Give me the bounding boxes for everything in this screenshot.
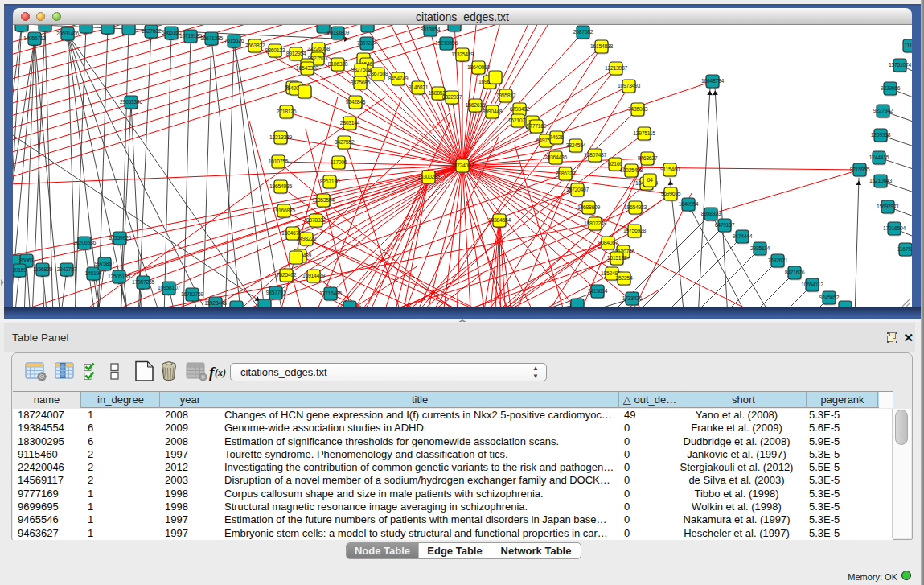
svg-text:8990448: 8990448	[483, 109, 503, 114]
svg-text:(x): (x)	[215, 367, 226, 378]
svg-text:7632621: 7632621	[768, 257, 788, 263]
svg-text:17957255: 17957255	[132, 279, 155, 285]
svg-text:20364436: 20364436	[544, 154, 568, 160]
svg-text:8322037: 8322037	[442, 94, 462, 100]
svg-text:15692971: 15692971	[877, 204, 900, 209]
svg-text:16033809: 16033809	[326, 30, 350, 35]
svg-text:8186328: 8186328	[328, 61, 348, 67]
svg-text:15720407: 15720407	[566, 187, 589, 192]
svg-text:11325419: 11325419	[451, 51, 474, 57]
svg-text:16543382: 16543382	[296, 65, 319, 71]
svg-text:3824554: 3824554	[566, 142, 586, 148]
svg-text:252254: 252254	[615, 275, 633, 281]
svg-text:7485063: 7485063	[628, 106, 648, 112]
svg-text:10719185: 10719185	[179, 33, 203, 39]
svg-text:1010755: 1010755	[269, 159, 289, 164]
svg-text:116753: 116753	[897, 246, 912, 252]
svg-text:19756928: 19756928	[623, 228, 647, 233]
svg-text:20206536: 20206536	[73, 240, 97, 245]
svg-text:1615132: 1615132	[607, 255, 627, 261]
svg-text:18724007: 18724007	[451, 163, 474, 168]
svg-text:2087682: 2087682	[573, 29, 593, 35]
svg-text:85061: 85061	[19, 257, 34, 263]
svg-text:17559926: 17559926	[109, 235, 132, 241]
svg-text:1640954: 1640954	[679, 201, 699, 207]
svg-text:14055712: 14055712	[23, 35, 47, 41]
svg-text:9857791: 9857791	[266, 290, 286, 295]
svg-text:12213987: 12213987	[605, 65, 628, 71]
svg-text:1209358: 1209358	[871, 132, 891, 138]
svg-text:2718126: 2718126	[277, 109, 297, 114]
svg-text:17016504: 17016504	[883, 225, 906, 231]
svg-text:1562615: 1562615	[466, 102, 486, 108]
svg-text:2935114: 2935114	[750, 245, 770, 251]
svg-text:16671385: 16671385	[200, 35, 224, 41]
svg-text:9860123: 9860123	[265, 47, 285, 53]
svg-text:8813054: 8813054	[421, 27, 441, 32]
svg-text:62160: 62160	[608, 161, 622, 167]
svg-text:1733426: 1733426	[622, 295, 643, 301]
svg-text:7663822: 7663822	[245, 43, 265, 48]
svg-text:10973493: 10973493	[618, 83, 641, 89]
svg-text:15751074: 15751074	[889, 62, 912, 68]
svg-text:9975867: 9975867	[95, 261, 115, 266]
svg-text:1621072: 1621072	[508, 117, 528, 123]
svg-text:1413614: 1413614	[588, 288, 608, 294]
svg-text:18640910: 18640910	[467, 64, 491, 70]
svg-text:6793402: 6793402	[510, 106, 530, 112]
svg-text:8958923: 8958923	[701, 211, 721, 216]
svg-text:16914479: 16914479	[302, 273, 326, 278]
svg-text:64: 64	[647, 177, 653, 183]
svg-text:8215955: 8215955	[850, 167, 870, 172]
svg-text:19384554: 19384554	[488, 217, 511, 223]
svg-text:9084067: 9084067	[598, 240, 618, 245]
svg-text:9777169: 9777169	[527, 123, 547, 129]
svg-text:19654923: 19654923	[624, 204, 647, 210]
svg-text:12213389: 12213389	[269, 134, 293, 140]
svg-text:16210643: 16210643	[869, 178, 893, 183]
svg-text:2942757: 2942757	[57, 266, 77, 272]
svg-text:9463627: 9463627	[638, 155, 658, 161]
svg-text:1112: 1112	[904, 43, 912, 48]
svg-text:8912954: 8912954	[286, 51, 306, 56]
svg-text:11923446: 11923446	[204, 300, 227, 306]
svg-text:8267130: 8267130	[320, 179, 340, 184]
svg-text:23226058: 23226058	[307, 46, 331, 51]
svg-text:3875685: 3875685	[351, 80, 371, 85]
svg-text:11353554: 11353554	[312, 197, 335, 203]
svg-text:145194: 145194	[84, 270, 102, 276]
svg-text:9699695: 9699695	[661, 191, 681, 196]
svg-text:7625402: 7625402	[277, 272, 297, 278]
svg-text:16782759: 16782759	[181, 291, 204, 297]
svg-text:29053346: 29053346	[120, 99, 143, 105]
svg-text:10958107: 10958107	[158, 285, 181, 290]
svg-text:7986322: 7986322	[556, 171, 576, 176]
svg-text:8878332: 8878332	[306, 217, 326, 223]
svg-text:39159: 39159	[13, 267, 27, 273]
svg-text:74626: 74626	[549, 134, 564, 140]
svg-text:16648784: 16648784	[701, 78, 725, 84]
svg-text:12505135: 12505135	[108, 274, 131, 279]
svg-text:1156829: 1156829	[33, 266, 53, 272]
svg-text:18807249: 18807249	[584, 220, 607, 226]
svg-text:19218596: 19218596	[435, 40, 458, 46]
svg-text:8427552: 8427552	[335, 139, 355, 145]
svg-text:19166825: 19166825	[273, 208, 296, 213]
svg-text:10688609: 10688609	[577, 204, 601, 210]
svg-text:2867608: 2867608	[368, 71, 388, 76]
svg-text:9227342: 9227342	[873, 108, 893, 113]
svg-text:15300285: 15300285	[417, 174, 441, 179]
svg-text:2803144: 2803144	[340, 120, 360, 126]
svg-text:9115460: 9115460	[660, 167, 680, 172]
svg-text:9146821: 9146821	[409, 84, 429, 90]
svg-text:7515526: 7515526	[224, 38, 244, 43]
svg-text:1527602: 1527602	[142, 28, 162, 34]
svg-text:1244415: 1244415	[869, 154, 889, 160]
svg-text:16154838: 16154838	[590, 43, 614, 49]
svg-text:12975115: 12975115	[633, 130, 655, 136]
svg-text:3498222: 3498222	[297, 236, 317, 241]
svg-text:9474444: 9474444	[733, 233, 753, 239]
svg-text:10025438: 10025438	[620, 167, 643, 173]
svg-text:9245652: 9245652	[819, 295, 840, 300]
svg-text:6479197: 6479197	[715, 222, 735, 228]
